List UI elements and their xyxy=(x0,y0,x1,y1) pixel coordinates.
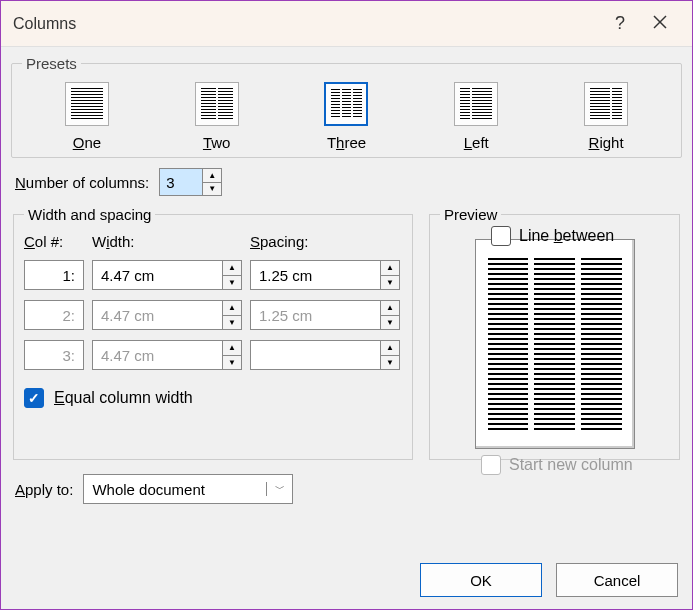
spin-down-icon: ▼ xyxy=(381,316,399,330)
spin-down-icon: ▼ xyxy=(223,356,241,370)
help-button[interactable]: ? xyxy=(600,13,640,34)
number-of-columns-spinner[interactable]: ▲ ▼ xyxy=(159,168,222,196)
spin-up-icon[interactable]: ▲ xyxy=(381,261,399,276)
presets-group: Presets One Two Three Left xyxy=(11,55,682,158)
col-1-width-spinner[interactable]: ▲▼ xyxy=(92,260,242,290)
apply-to-select[interactable]: Whole document ﹀ xyxy=(83,474,293,504)
preset-right[interactable]: Right xyxy=(584,82,628,151)
preset-right-label: Right xyxy=(589,134,624,151)
apply-to-label: Apply to: xyxy=(15,481,73,498)
chevron-down-icon[interactable]: ﹀ xyxy=(266,482,292,496)
preset-one[interactable]: One xyxy=(65,82,109,151)
preset-one-icon xyxy=(65,82,109,126)
col-3-width-input xyxy=(93,341,222,369)
col-header: Col #: xyxy=(24,233,84,250)
line-between-label: Line between xyxy=(519,227,614,245)
number-of-columns-row: Number of columns: ▲ ▼ xyxy=(15,168,682,196)
preview-legend: Preview xyxy=(440,206,501,223)
width-header: Width: xyxy=(92,233,242,250)
spin-up-icon: ▲ xyxy=(381,301,399,316)
spin-up-icon[interactable]: ▲ xyxy=(223,261,241,276)
number-of-columns-label: Number of columns: xyxy=(15,174,149,191)
cancel-button[interactable]: Cancel xyxy=(556,563,678,597)
col-2-width-input xyxy=(93,301,222,329)
preview-page-icon xyxy=(475,239,635,449)
start-new-column-row: Start new column xyxy=(481,455,633,475)
spin-up-icon[interactable]: ▲ xyxy=(203,169,221,183)
apply-to-value: Whole document xyxy=(84,481,266,498)
col-2-spacing-input xyxy=(251,301,380,329)
preset-two-label: Two xyxy=(203,134,231,151)
number-of-columns-input[interactable] xyxy=(160,169,202,195)
ok-button[interactable]: OK xyxy=(420,563,542,597)
spin-up-icon: ▲ xyxy=(223,301,241,316)
preset-row: One Two Three Left Right xyxy=(22,82,671,151)
preset-left[interactable]: Left xyxy=(454,82,498,151)
presets-legend: Presets xyxy=(22,55,81,72)
col-2-width-spinner: ▲▼ xyxy=(92,300,242,330)
preset-three-label: Three xyxy=(327,134,366,151)
spin-up-icon: ▲ xyxy=(381,341,399,356)
preset-two[interactable]: Two xyxy=(195,82,239,151)
col-3-spacing-spinner: ▲▼ xyxy=(250,340,400,370)
spin-up-icon: ▲ xyxy=(223,341,241,356)
col-1-spacing-input[interactable] xyxy=(251,261,380,289)
start-new-column-checkbox xyxy=(481,455,501,475)
equal-width-label: Equal column width xyxy=(54,389,193,407)
titlebar: Columns ? xyxy=(1,1,692,47)
spacing-header: Spacing: xyxy=(250,233,400,250)
line-between-checkbox[interactable] xyxy=(491,226,511,246)
dialog-body: Presets One Two Three Left xyxy=(1,47,692,551)
preset-left-label: Left xyxy=(464,134,489,151)
close-icon xyxy=(653,15,667,29)
spin-down-icon: ▼ xyxy=(381,356,399,370)
col-3-spacing-input xyxy=(251,341,380,369)
preset-three[interactable]: Three xyxy=(324,82,368,151)
spin-down-icon: ▼ xyxy=(223,316,241,330)
spin-down-icon[interactable]: ▼ xyxy=(381,276,399,290)
apply-to-row: Apply to: Whole document ﹀ xyxy=(15,474,682,504)
col-3-width-spinner: ▲▼ xyxy=(92,340,242,370)
dialog-footer: OK Cancel xyxy=(1,551,692,609)
dialog-title: Columns xyxy=(13,15,600,33)
spin-down-icon[interactable]: ▼ xyxy=(203,183,221,196)
col-1-spacing-spinner[interactable]: ▲▼ xyxy=(250,260,400,290)
col-1-number: 1: xyxy=(24,260,84,290)
width-spacing-legend: Width and spacing xyxy=(24,206,155,223)
preset-right-icon xyxy=(584,82,628,126)
col-3-number: 3: xyxy=(24,340,84,370)
equal-width-row: Equal column width xyxy=(24,388,402,408)
col-2-spacing-spinner: ▲▼ xyxy=(250,300,400,330)
preset-left-icon xyxy=(454,82,498,126)
columns-dialog: Columns ? Presets One Two Three xyxy=(0,0,693,610)
col-1-width-input[interactable] xyxy=(93,261,222,289)
start-new-column-label: Start new column xyxy=(509,456,633,474)
equal-width-checkbox[interactable] xyxy=(24,388,44,408)
line-between-row: Line between xyxy=(491,226,614,246)
preset-three-icon xyxy=(324,82,368,126)
width-spacing-group: Width and spacing Col #: Width: Spacing:… xyxy=(13,206,413,460)
col-2-number: 2: xyxy=(24,300,84,330)
close-button[interactable] xyxy=(640,13,680,34)
spin-down-icon[interactable]: ▼ xyxy=(223,276,241,290)
preset-one-label: One xyxy=(73,134,101,151)
preset-two-icon xyxy=(195,82,239,126)
